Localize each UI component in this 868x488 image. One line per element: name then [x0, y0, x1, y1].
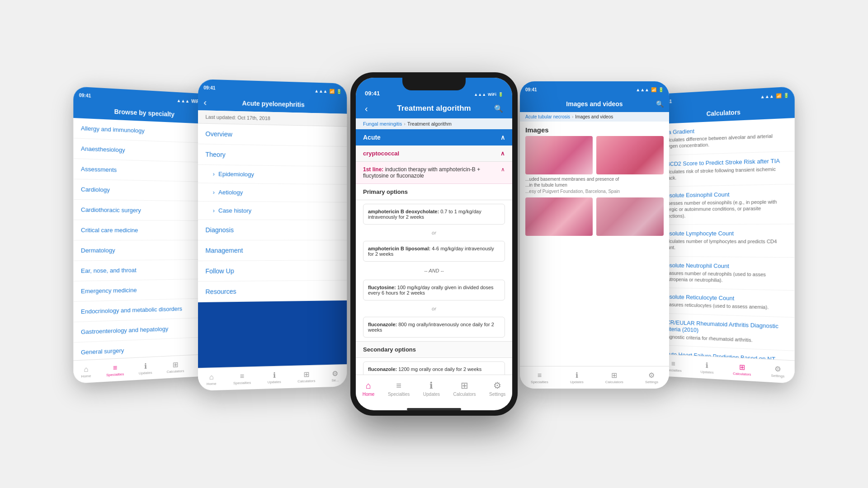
section-followup[interactable]: Follow Up [198, 260, 347, 282]
nav-home-left[interactable]: ⌂ Home [81, 365, 91, 378]
image-item-2 [596, 136, 664, 174]
specialties-icon-left: ≡ [113, 363, 117, 372]
image-item-4 [596, 197, 664, 236]
breadcrumb-sep: › [404, 121, 406, 127]
image-grid-1: ...uded basement membranes and presence … [520, 136, 669, 194]
scene: 09:41 ▲▲▲WiFi🔋 Browse by specialty Aller… [50, 41, 818, 447]
calculators-icon-left: ⊞ [173, 360, 179, 369]
chevron-case: › [213, 207, 215, 214]
nav-home-main[interactable]: ⌂ Home [363, 380, 375, 397]
calculators-icon-main: ⊞ [461, 380, 468, 391]
home-icon-main: ⌂ [366, 380, 371, 391]
settings-icon-main: ⚙ [493, 380, 501, 391]
calc-item-4[interactable]: Absolute Neutrophil Count Measures numbe… [656, 256, 795, 291]
image-item-1 [525, 136, 593, 174]
calc-list: A-a Gradient Calculates difference betwe… [656, 118, 795, 360]
breadcrumb-cr-1[interactable]: Acute tubular necrosis [525, 114, 570, 119]
histo-image-4 [596, 197, 664, 236]
specialty-dermatology[interactable]: Dermatology [73, 240, 212, 261]
bottom-nav-cr: ≡ Specialties ℹ Updates ⊞ Calculators ⚙ … [520, 366, 669, 389]
nav-home-cl[interactable]: ⌂ Home [207, 373, 217, 386]
back-button-cl[interactable]: ‹ [203, 97, 207, 107]
nav-updates-cl[interactable]: ℹ Updates [268, 371, 281, 385]
cryptococcal-chevron: ∧ [500, 150, 505, 157]
nav-settings-main[interactable]: ⚙ Settings [489, 380, 505, 397]
specialty-critical-care[interactable]: Critical care medicine [73, 220, 212, 240]
nav-calculators-cr[interactable]: ⊞ Calculators [605, 371, 623, 384]
section-diagnosis[interactable]: Diagnosis [198, 220, 347, 241]
first-line-header: 1st line: induction therapy with amphote… [356, 162, 512, 184]
nav-updates-cr[interactable]: ℹ Updates [570, 371, 584, 384]
breadcrumb-1[interactable]: Fungal meningitis [363, 121, 402, 127]
nav-updates-right[interactable]: ℹ Updates [700, 361, 713, 374]
calc-item-6[interactable]: ACR/EULAR Rheumatoid Arthritis Diagnosti… [656, 313, 795, 351]
specialty-assessments[interactable]: Assessments [73, 159, 212, 182]
phone-browse-specialty: 09:41 ▲▲▲WiFi🔋 Browse by specialty Aller… [73, 86, 212, 384]
settings-icon-cl: ⚙ [332, 369, 339, 378]
histo-image-2 [596, 136, 664, 174]
section-theory[interactable]: Theory [198, 144, 347, 167]
first-line-title: 1st line: [363, 166, 383, 173]
nav-calculators-cl[interactable]: ⊞ Calculators [297, 370, 315, 384]
nav-specialties-cl[interactable]: ≡ Specialties [233, 372, 251, 385]
status-bar-cr: 09:41 ▲▲▲📶🔋 [520, 81, 669, 98]
home-icon-left: ⌂ [84, 365, 88, 374]
status-icons-cr: ▲▲▲📶🔋 [636, 87, 664, 92]
nav-settings-right[interactable]: ⚙ Settings [771, 364, 784, 378]
status-icons-main: ▲▲▲ WiFi 🔋 [474, 92, 503, 97]
first-line-chevron: ∧ [501, 166, 505, 173]
acute-pyelo-title: Acute pyelonephritis [242, 99, 305, 108]
phone-main: 09:41 ▲▲▲ WiFi 🔋 ‹ Treatment algorithm 🔍 [350, 72, 518, 416]
breadcrumb-cr-sep: › [572, 114, 573, 119]
breadcrumb-main: Fungal meningitis › Treatment algorithm [356, 118, 512, 129]
section-resources[interactable]: Resources [198, 281, 347, 303]
nav-calculators-right[interactable]: ⊞ Calculators [733, 362, 751, 376]
nav-settings-cl[interactable]: ⚙ Se... [331, 369, 339, 382]
drug5-dose: 1200 mg orally once daily for 2 weeks [398, 366, 481, 372]
nav-calculators-main[interactable]: ⊞ Calculators [453, 380, 476, 397]
section-aetiology[interactable]: › Aetiology [198, 183, 347, 202]
nav-updates-left[interactable]: ℹ Updates [139, 361, 152, 375]
calc-item-0[interactable]: A-a Gradient Calculates difference betwe… [656, 118, 795, 155]
calc-item-1[interactable]: ABCD2 Score to Predict Stroke Risk after… [656, 151, 795, 187]
drug2-name: amphotericin B liposomal: [368, 246, 430, 251]
accordion-acute-chevron: ∧ [500, 134, 505, 141]
specialties-icon-cl: ≡ [240, 372, 244, 380]
specialty-ent[interactable]: Ear, nose, and throat [73, 260, 212, 282]
nav-settings-cr[interactable]: ⚙ Settings [645, 371, 658, 384]
calculators-icon-right: ⊞ [739, 363, 745, 372]
or-divider-2: or [356, 304, 512, 313]
phone-images: 09:41 ▲▲▲📶🔋 Images and videos 🔍 Acute tu… [520, 81, 669, 389]
back-button-main[interactable]: ‹ [365, 103, 368, 114]
nav-specialties-main[interactable]: ≡ Specialties [388, 380, 410, 397]
nav-specialties-left[interactable]: ≡ Specialties [106, 363, 124, 377]
specialty-cardiology[interactable]: Cardiology [73, 179, 212, 202]
accordion-acute[interactable]: Acute ∧ [356, 129, 512, 145]
settings-icon-cr: ⚙ [648, 371, 655, 380]
accordion-cryptococcal[interactable]: cryptococcal ∧ [356, 145, 512, 162]
drug3-name: flucytosine: [368, 285, 396, 290]
accordion-acute-label: Acute [363, 134, 381, 141]
calc-4-desc: Measures number of neutrophils (used to … [663, 270, 787, 285]
calculators-icon-cl: ⊞ [303, 370, 309, 379]
search-button-main[interactable]: 🔍 [494, 104, 503, 113]
breadcrumb-cr: Acute tubular necrosis › Images and vide… [520, 112, 669, 122]
nav-calculators-left[interactable]: ⊞ Calculators [166, 360, 184, 374]
section-management[interactable]: Management [198, 240, 347, 261]
section-case-history[interactable]: › Case history [198, 202, 347, 221]
specialties-icon-main: ≡ [396, 380, 401, 391]
search-button-cr[interactable]: 🔍 [656, 100, 664, 108]
specialty-cardiothoracic[interactable]: Cardiothoracic surgery [73, 200, 212, 221]
histo-image-1 [525, 136, 593, 174]
nav-specialties-cr[interactable]: ≡ Specialties [531, 371, 548, 384]
image-item-3 [525, 197, 593, 236]
histo-image-3 [525, 197, 593, 236]
calc-item-2[interactable]: Absolute Eosinophil Count Assesses numbe… [656, 184, 795, 225]
updates-icon-right: ℹ [706, 361, 708, 370]
section-overview[interactable]: Overview [198, 123, 347, 146]
nav-updates-main[interactable]: ℹ Updates [423, 380, 440, 397]
calc-item-5[interactable]: Absolute Reticulocyte Count Measures ret… [656, 288, 795, 317]
calc-item-3[interactable]: Absolute Lymphocyte Count Calculates num… [656, 224, 795, 258]
section-epidemiology[interactable]: › Epidemiology [198, 165, 347, 185]
cryptococcal-label: cryptococcal [363, 150, 399, 157]
